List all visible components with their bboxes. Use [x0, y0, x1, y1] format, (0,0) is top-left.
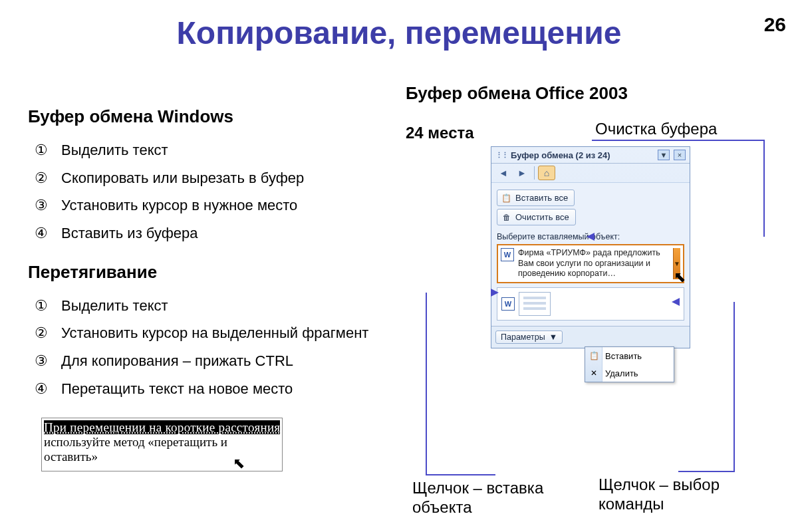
- cursor-icon: ⬉: [233, 455, 245, 472]
- section-office-title: Буфер обмена Office 2003: [406, 83, 791, 104]
- list-item: ③Для копирования – прижать CTRL: [28, 347, 387, 375]
- options-button[interactable]: Параметры ▼: [495, 331, 563, 344]
- bullet-icon: ①: [35, 296, 48, 316]
- list-item-text: Установить курсор в нужное место: [61, 197, 297, 213]
- subhead-count: 24 места: [406, 124, 474, 142]
- pane-title: Буфер обмена (2 из 24): [511, 150, 610, 160]
- dropdown-button[interactable]: ▼: [658, 150, 670, 160]
- word-doc-icon: W: [501, 297, 515, 311]
- bullet-icon: ④: [35, 379, 48, 399]
- bullet-icon: ③: [35, 196, 48, 215]
- list-item: ③Установить курсор в нужное место: [28, 192, 387, 219]
- clear-all-button[interactable]: 🗑 Очистить все: [497, 209, 576, 225]
- annot-clear-buffer: Очистка буфера: [595, 120, 717, 138]
- separator: [534, 166, 535, 180]
- button-label: Параметры: [501, 332, 545, 342]
- clipboard-item[interactable]: W: [497, 287, 684, 321]
- drag-example-text: оставить»: [44, 450, 98, 464]
- clipboard-item-text: Фирма «ТРИУМФ» рада предложить Вам свои …: [518, 248, 673, 279]
- list-item: ①Выделить текст: [28, 136, 387, 164]
- annot-click-menu: Щелчок – выбор команды: [598, 475, 771, 514]
- word-doc-icon: W: [501, 248, 514, 261]
- list-item-text: Установить курсор на выделенный фрагмент: [61, 325, 368, 341]
- section-drag-title: Перетягивание: [28, 262, 387, 283]
- list-item-text: Перетащить текст на новое место: [61, 380, 293, 397]
- list-item: ②Скопировать или вырезать в буфер: [28, 164, 387, 192]
- arrow-head-icon: [491, 289, 499, 297]
- bullet-icon: ①: [35, 140, 48, 160]
- left-column: Буфер обмена Windows ①Выделить текст ②Ск…: [28, 100, 387, 471]
- arrow-head-icon: [587, 233, 595, 241]
- paste-all-button[interactable]: 📋 Вставить все: [497, 190, 575, 206]
- list-item: ④Перетащить текст на новое место: [28, 375, 387, 403]
- menu-item-label: Вставить: [605, 351, 642, 361]
- chevron-down-icon: ▼: [549, 332, 557, 342]
- clipboard-item-selected[interactable]: W Фирма «ТРИУМФ» рада предложить Вам сво…: [497, 244, 684, 283]
- options-bar: Параметры ▼: [491, 326, 690, 348]
- drag-steps-list: ①Выделить текст ②Установить курсор на вы…: [28, 292, 387, 403]
- pane-navbar: ◄ ► ⌂: [491, 164, 690, 183]
- pane-body: 📋 Вставить все 🗑 Очистить все Выберите в…: [491, 183, 690, 326]
- close-button[interactable]: ×: [674, 150, 686, 160]
- paste-icon: 📋: [588, 350, 600, 362]
- drag-example-text: используйте метод «перетащить и: [44, 435, 227, 449]
- clipboard-task-pane: ⋮⋮ Буфер обмена (2 из 24) ▼ × ◄ ► ⌂ 📋 Вс…: [491, 146, 690, 348]
- list-item: ④Вставить из буфера: [28, 219, 387, 247]
- bullet-icon: ②: [35, 168, 48, 188]
- page-number: 26: [764, 13, 786, 36]
- context-menu: 📋 Вставить ✕ Удалить: [585, 346, 674, 382]
- delete-icon: ✕: [588, 367, 600, 379]
- list-item: ①Выделить текст: [28, 292, 387, 320]
- menu-item-paste[interactable]: 📋 Вставить: [585, 347, 674, 364]
- slide-title: Копирование, перемещение: [0, 15, 798, 51]
- list-item: ②Установить курсор на выделенный фрагмен…: [28, 319, 387, 347]
- paste-icon: 📋: [501, 192, 512, 203]
- nav-home-button[interactable]: ⌂: [538, 166, 555, 180]
- bullet-icon: ④: [35, 223, 48, 243]
- annot-click-insert: Щелчок – вставка объекта: [412, 479, 565, 517]
- bullet-icon: ②: [35, 323, 48, 343]
- grip-icon[interactable]: ⋮⋮: [495, 151, 507, 160]
- drag-example-selected-text: При перемещении на короткие расстояния: [44, 420, 280, 434]
- pane-titlebar: ⋮⋮ Буфер обмена (2 из 24) ▼ ×: [491, 147, 690, 164]
- clear-icon: 🗑: [501, 211, 512, 223]
- nav-forward-button[interactable]: ►: [513, 166, 531, 180]
- button-label: Вставить все: [515, 193, 568, 203]
- arrow-head-icon: [672, 298, 680, 306]
- section-windows-title: Буфер обмена Windows: [28, 106, 387, 127]
- windows-steps-list: ①Выделить текст ②Скопировать или вырезат…: [28, 136, 387, 247]
- clip-thumbnail: [519, 292, 551, 316]
- drag-example-box: При перемещении на короткие расстояния и…: [41, 418, 283, 471]
- list-item-text: Скопировать или вырезать в буфер: [61, 170, 304, 186]
- item-dropdown-handle[interactable]: ▼: [673, 248, 680, 279]
- nav-back-button[interactable]: ◄: [495, 166, 512, 180]
- list-item-text: Для копирования – прижать CTRL: [61, 352, 293, 369]
- list-item-text: Вставить из буфера: [61, 225, 198, 241]
- bullet-icon: ③: [35, 351, 48, 371]
- list-item-text: Выделить текст: [61, 297, 168, 314]
- menu-item-delete[interactable]: ✕ Удалить: [585, 364, 674, 382]
- callout-line: [426, 293, 495, 475]
- list-item-text: Выделить текст: [61, 142, 168, 158]
- menu-item-label: Удалить: [605, 368, 638, 378]
- button-label: Очистить все: [515, 212, 569, 222]
